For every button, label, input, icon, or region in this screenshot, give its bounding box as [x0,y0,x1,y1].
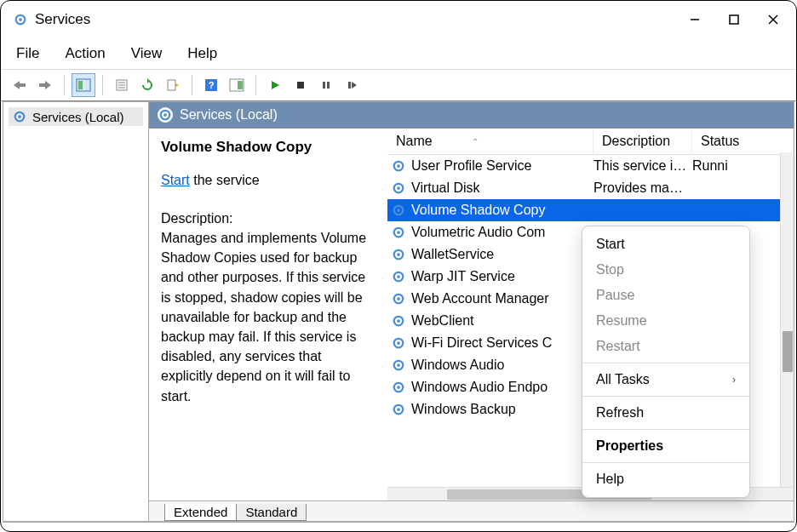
svg-rect-3 [730,15,738,24]
service-name: Volumetric Audio Com [411,225,545,240]
tab-standard[interactable]: Standard [236,504,307,521]
svg-point-42 [397,253,400,256]
ctx-separator [582,363,749,363]
service-name: Warp JIT Service [411,269,515,284]
minimize-button[interactable] [675,1,714,38]
titlebar: Services [1,1,796,38]
gear-icon [158,107,173,123]
export-button[interactable] [161,73,185,97]
svg-point-50 [397,341,400,345]
service-status: Runni [692,158,794,174]
menu-file[interactable]: File [13,43,43,64]
column-status[interactable]: Status [692,129,794,154]
svg-point-32 [163,113,167,117]
svg-text:?: ? [209,80,215,90]
ctx-properties[interactable]: Properties [582,433,749,459]
svg-point-56 [397,408,400,411]
service-name: Web Account Manager [411,291,549,306]
column-name[interactable]: Name⌃ [387,129,593,154]
service-row[interactable]: User Profile ServiceThis service i…Runni [387,155,794,177]
svg-rect-7 [20,83,26,87]
tree-services-local[interactable]: Services (Local) [9,107,143,126]
ctx-restart: Restart [582,334,749,359]
gear-icon [391,180,406,196]
svg-marker-6 [14,81,20,89]
service-name: Windows Audio [411,358,504,373]
back-button[interactable] [8,73,32,97]
ctx-start[interactable]: Start [582,232,749,257]
gear-icon [391,291,406,306]
tab-strip: Extended Standard [149,501,794,521]
gear-icon [391,225,406,240]
properties-button[interactable] [110,73,134,97]
service-name: Windows Backup [411,402,516,417]
menu-help[interactable]: Help [184,43,221,64]
pane-title: Services (Local) [180,107,278,123]
svg-point-30 [18,115,21,118]
restart-service-button[interactable] [340,73,364,97]
statusbar-spacer [1,523,796,531]
service-name: WalletService [411,247,494,262]
detail-pane: Volume Shadow Copy Start the service Des… [149,129,387,501]
gear-icon [391,335,406,351]
maximize-button[interactable] [714,1,754,38]
svg-rect-11 [78,81,83,89]
column-description[interactable]: Description [593,129,692,154]
start-service-button[interactable] [263,73,287,97]
menu-action[interactable]: Action [61,43,108,64]
gear-icon [391,269,406,284]
svg-rect-17 [168,80,175,90]
pause-service-button[interactable] [314,73,338,97]
svg-point-52 [397,363,400,367]
gear-icon [391,313,406,329]
description-label: Description: [161,209,376,228]
service-row[interactable]: Virtual DiskProvides ma… [387,177,794,199]
svg-marker-8 [45,81,51,89]
app-icon [13,12,28,27]
refresh-button[interactable] [135,73,159,97]
forward-button[interactable] [33,73,57,97]
ctx-separator [582,462,749,463]
svg-point-36 [397,186,400,190]
gear-icon [391,158,406,174]
stop-service-button[interactable] [289,73,312,97]
sort-indicator-icon: ⌃ [472,137,479,146]
ctx-separator [582,429,749,430]
vertical-scrollbar[interactable] [780,152,794,487]
action-pane-button[interactable] [225,73,249,97]
scrollbar-thumb[interactable] [783,331,793,372]
help-button[interactable]: ? [199,73,223,97]
service-row[interactable]: Volume Shadow Copy [387,199,794,221]
start-service-link[interactable]: Start [161,173,190,187]
tree-pane: Services (Local) [3,101,149,522]
toolbar-divider [64,75,65,95]
toolbar-divider [192,75,192,95]
ctx-pause: Pause [582,283,749,308]
tree-root-label: Services (Local) [32,110,124,124]
gear-icon [12,109,27,124]
pane-header: Services (Local) [149,102,794,129]
close-button[interactable] [754,1,793,38]
gear-icon [391,203,406,218]
svg-rect-24 [297,82,304,89]
toolbar: ? [1,69,796,101]
toolbar-divider [102,75,103,95]
ctx-all-tasks[interactable]: All Tasks› [582,367,749,392]
tab-extended[interactable]: Extended [164,504,237,521]
svg-point-44 [397,275,400,278]
show-hide-tree-button[interactable] [72,73,95,97]
ctx-refresh[interactable]: Refresh [582,400,749,426]
menu-view[interactable]: View [128,43,166,64]
gear-icon [391,358,406,373]
svg-marker-28 [352,82,357,89]
ctx-help[interactable]: Help [582,466,749,492]
svg-point-38 [397,209,400,212]
svg-marker-16 [147,78,150,83]
action-suffix: the service [190,173,260,187]
app-title: Services [35,11,90,28]
service-name: Virtual Disk [411,180,480,196]
svg-point-48 [397,319,400,323]
selected-service-name: Volume Shadow Copy [161,137,376,158]
chevron-right-icon: › [732,374,736,386]
svg-marker-18 [175,83,179,87]
